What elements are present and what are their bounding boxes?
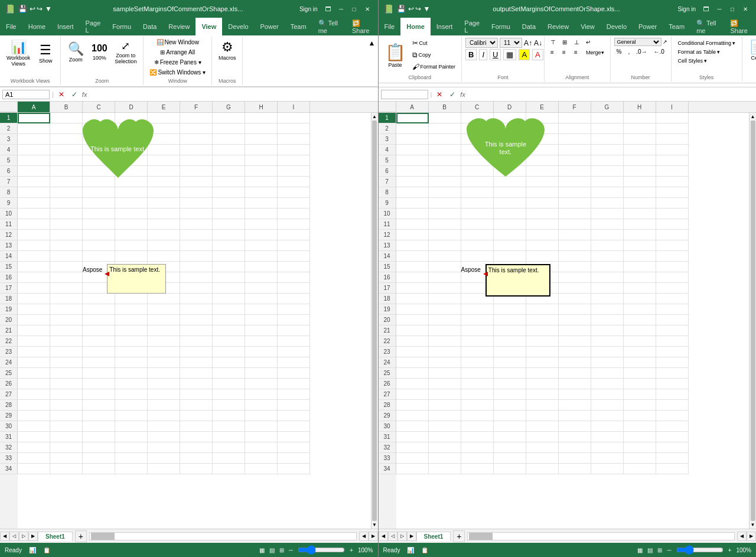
left-cancel-formula-btn[interactable]: ✕: [56, 89, 67, 100]
cell-r29-c0[interactable]: [396, 411, 429, 421]
cell-r3-c8[interactable]: [278, 134, 310, 145]
cell-r27-c7[interactable]: [245, 389, 278, 400]
cell-r24-c0[interactable]: [396, 357, 429, 368]
cell-r28-c6[interactable]: [591, 400, 624, 411]
cell-r28-c5[interactable]: [559, 400, 591, 411]
cell-r34-c6[interactable]: [591, 464, 624, 474]
cell-r10-c8[interactable]: [656, 209, 689, 219]
cell-r24-c7[interactable]: [624, 357, 656, 368]
cell-r3-c7[interactable]: [624, 134, 656, 145]
cell-r5-c7[interactable]: [245, 155, 278, 166]
right-scroll-right[interactable]: ▶: [747, 532, 756, 541]
cell-r18-c5[interactable]: [180, 294, 213, 304]
cell-r8-c1[interactable]: [429, 187, 461, 198]
right-align-bottom-btn[interactable]: ⊥: [572, 38, 582, 47]
row-header-24[interactable]: 24: [0, 357, 18, 368]
cell-r11-c3[interactable]: [115, 219, 148, 230]
right-align-left-btn[interactable]: ≡: [548, 48, 559, 57]
cell-r7-c4[interactable]: [526, 177, 559, 187]
cell-r11-c3[interactable]: [494, 219, 526, 230]
cell-r23-c8[interactable]: [656, 347, 689, 357]
cell-r9-c8[interactable]: [278, 198, 310, 209]
cell-r23-c1[interactable]: [429, 347, 461, 357]
cell-r34-c5[interactable]: [180, 464, 213, 474]
cell-r11-c1[interactable]: [50, 219, 83, 230]
cell-r32-c4[interactable]: [526, 442, 559, 453]
cell-r21-c7[interactable]: [624, 325, 656, 336]
row-header-34[interactable]: 34: [0, 464, 18, 474]
left-add-sheet-btn[interactable]: +: [75, 530, 87, 542]
cell-r17-c0[interactable]: [396, 283, 429, 294]
right-zoom-slider[interactable]: [676, 545, 724, 555]
cell-r4-c1[interactable]: [50, 145, 83, 155]
cell-r20-c7[interactable]: [245, 315, 278, 325]
cell-r5-c3[interactable]: [494, 155, 526, 166]
cell-r24-c8[interactable]: [278, 357, 310, 368]
left-view-page-btn[interactable]: ⊞: [279, 547, 284, 553]
cell-r1-c4[interactable]: [526, 113, 559, 123]
cell-r1-c8[interactable]: [278, 113, 310, 123]
cell-r7-c6[interactable]: [213, 177, 245, 187]
cell-r19-c8[interactable]: [278, 304, 310, 315]
right-number-format-expand[interactable]: ↗: [663, 39, 667, 45]
cell-r25-c6[interactable]: [591, 368, 624, 379]
cell-r34-c7[interactable]: [624, 464, 656, 474]
cell-r5-c0[interactable]: [18, 155, 50, 166]
cell-r22-c5[interactable]: [559, 336, 591, 347]
left-view-layout-btn[interactable]: ▤: [269, 547, 275, 553]
cell-r26-c4[interactable]: [148, 379, 180, 389]
cell-r6-c7[interactable]: [624, 166, 656, 177]
cell-r13-c3[interactable]: [494, 240, 526, 251]
cell-r30-c4[interactable]: [148, 421, 180, 432]
cell-r7-c5[interactable]: [559, 177, 591, 187]
cell-r2-c0[interactable]: [396, 123, 429, 134]
cell-r5-c6[interactable]: [591, 155, 624, 166]
cell-r16-c0[interactable]: [396, 272, 429, 283]
cell-r26-c1[interactable]: [429, 379, 461, 389]
cell-r30-c2[interactable]: [461, 421, 494, 432]
right-col-d[interactable]: D: [494, 102, 526, 112]
cell-r20-c7[interactable]: [624, 315, 656, 325]
cell-r19-c8[interactable]: [656, 304, 689, 315]
cell-r33-c0[interactable]: [18, 453, 50, 464]
row-header-12[interactable]: 12: [379, 230, 396, 240]
left-scroll-left[interactable]: ◀: [359, 532, 369, 541]
cell-r13-c3[interactable]: [115, 240, 148, 251]
cell-r30-c5[interactable]: [180, 421, 213, 432]
cell-r5-c4[interactable]: [526, 155, 559, 166]
row-header-25[interactable]: 25: [379, 368, 396, 379]
cell-r15-c1[interactable]: [50, 262, 83, 272]
cell-r8-c5[interactable]: [180, 187, 213, 198]
cell-r12-c3[interactable]: [115, 230, 148, 240]
cell-r2-c0[interactable]: [18, 123, 50, 134]
right-nav-next[interactable]: ▶: [407, 532, 416, 541]
cell-r24-c2[interactable]: [461, 357, 494, 368]
cell-r8-c7[interactable]: [624, 187, 656, 198]
cell-r13-c7[interactable]: [624, 240, 656, 251]
right-align-center-btn[interactable]: ≡: [560, 48, 571, 57]
right-signin[interactable]: Sign in: [677, 6, 696, 12]
cell-r14-c7[interactable]: [245, 251, 278, 262]
left-minimize-btn[interactable]: ─: [335, 4, 347, 14]
left-customize-btn[interactable]: ▼: [45, 5, 52, 13]
cell-r22-c3[interactable]: [494, 336, 526, 347]
cell-r33-c8[interactable]: [278, 453, 310, 464]
cell-r31-c1[interactable]: [429, 432, 461, 442]
left-tab-team[interactable]: Team: [285, 18, 312, 35]
right-col-i[interactable]: I: [656, 102, 689, 112]
left-scroll-right[interactable]: ▶: [369, 532, 378, 541]
cell-r22-c7[interactable]: [245, 336, 278, 347]
cell-r28-c7[interactable]: [624, 400, 656, 411]
cell-r32-c8[interactable]: [656, 442, 689, 453]
cell-r9-c5[interactable]: [180, 198, 213, 209]
cell-r8-c8[interactable]: [278, 187, 310, 198]
row-header-27[interactable]: 27: [379, 389, 396, 400]
row-header-11[interactable]: 11: [379, 219, 396, 230]
left-nav-next[interactable]: ▶: [28, 532, 38, 541]
cell-r8-c2[interactable]: [461, 187, 494, 198]
cell-r24-c1[interactable]: [429, 357, 461, 368]
right-vscrollbar[interactable]: ▲ ▼: [749, 113, 756, 529]
cell-r5-c4[interactable]: [148, 155, 180, 166]
cell-r26-c7[interactable]: [624, 379, 656, 389]
cell-r22-c1[interactable]: [429, 336, 461, 347]
